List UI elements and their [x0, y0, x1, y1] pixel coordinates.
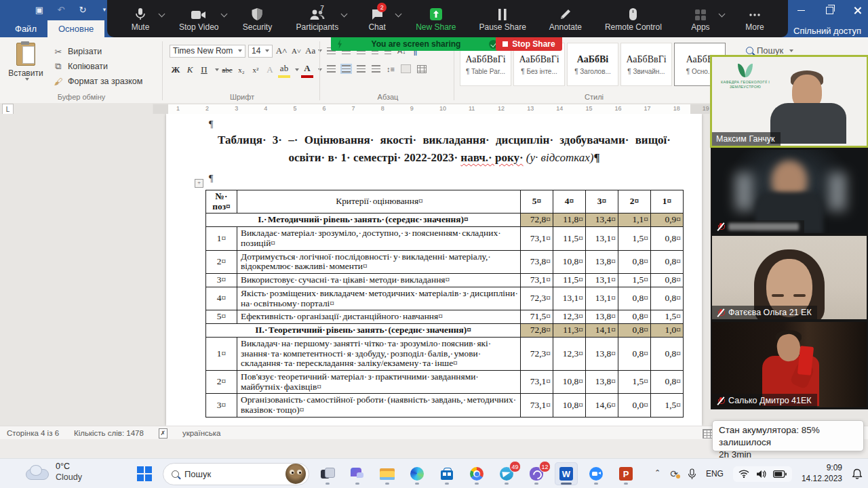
chevron-down-icon[interactable] [718, 10, 725, 17]
highlight-button[interactable]: ab [278, 62, 290, 78]
language-switcher[interactable]: ENG [706, 469, 724, 479]
style-card-3[interactable]: АаБбВі¶ Заголов... [567, 43, 618, 86]
zoom-pause-share-button[interactable]: Pause Share [479, 6, 526, 32]
font-color-button[interactable]: А [301, 62, 313, 78]
tab-selector[interactable]: L [2, 104, 14, 115]
paragraph-mark: ¶ [593, 151, 599, 164]
proofing-icon[interactable]: ✗ [159, 428, 167, 439]
style-card-4[interactable]: АаБбВвГі¶ Звичайн... [620, 43, 672, 86]
zoom-new-share-button[interactable]: New Share [416, 6, 456, 32]
zoom-security-button[interactable]: Security [241, 6, 273, 32]
word-count[interactable]: Кількість слів: 1478 [74, 429, 144, 437]
font-size-combo[interactable]: 14 [248, 45, 273, 58]
tray-overflow-chevron[interactable]: ⌃ [654, 468, 660, 477]
ribbon-search[interactable]: Пошук [746, 45, 793, 56]
zoom-annotate-button[interactable]: Annotate [549, 6, 582, 32]
highlight-caret-icon[interactable] [295, 68, 299, 71]
document-page[interactable]: ¶ Таблиця· 3· –· Оцінювання· якості· вик… [166, 114, 702, 426]
table-move-handle[interactable]: + [195, 179, 203, 188]
restore-button[interactable] [825, 5, 834, 15]
microphone-tray-icon[interactable] [688, 468, 696, 480]
sync-icon[interactable]: ⟳ [670, 468, 678, 479]
horizontal-ruler[interactable]: 12345678910111213141516171819 [153, 104, 710, 115]
align-center-button[interactable] [342, 65, 351, 73]
chevron-down-icon[interactable] [221, 10, 228, 17]
line-spacing-button[interactable]: ↕≡ [387, 65, 395, 73]
section-value-cell: 72,8¤ [521, 324, 553, 338]
assessment-table[interactable]: №· поз¤Критерії· оцінювання¤5¤4¤3¤2¤1¤І.… [205, 190, 684, 418]
font-name-value: Times New Rom [173, 46, 233, 56]
explorer-taskbar-icon[interactable] [376, 462, 399, 485]
chevron-down-icon[interactable] [395, 10, 402, 17]
tab-Основне[interactable]: Основне [47, 20, 104, 37]
zoom-participants-button[interactable]: 7Participants [296, 6, 338, 32]
word-share-button[interactable]: Спільний доступ [780, 26, 861, 36]
justify-button[interactable] [372, 65, 380, 73]
store-taskbar-icon[interactable] [435, 462, 458, 485]
copy-button[interactable]: ⧉ Копіювати [53, 59, 142, 74]
participant-tile-1[interactable]: КАФЕДРА ГЕОЕКОЛОГІЇ І ЗЕМЛЕУСТРОЮМаксим … [712, 57, 867, 146]
subscript-button[interactable]: x₂ [235, 63, 248, 77]
shading-button[interactable] [401, 64, 411, 73]
borders-button[interactable] [417, 65, 427, 73]
text-effects-button[interactable]: А [264, 63, 276, 77]
tab-Файл[interactable]: Файл [4, 20, 47, 37]
strikethrough-button[interactable]: abc [221, 63, 233, 77]
participant-tile-3[interactable]: Фатєєва Ольга 21 ЕК [712, 236, 867, 319]
format-painter-label: Формат за зразком [68, 77, 142, 86]
telegram-taskbar-icon[interactable]: 49 [495, 462, 518, 485]
superscript-button[interactable]: x² [250, 63, 262, 77]
italic-button[interactable]: К [184, 63, 196, 77]
zoom-more-button[interactable]: More [739, 6, 770, 32]
powerpoint-taskbar-icon[interactable]: P [614, 462, 637, 485]
chat-taskbar-icon[interactable] [346, 462, 369, 485]
participant-tile-4[interactable]: Салько Дмитро 41ЕК [712, 322, 867, 407]
bold-button[interactable]: Ж [170, 63, 182, 77]
zoom-apps-button[interactable]: Apps [685, 6, 716, 32]
participant-tile-2[interactable] [712, 150, 867, 233]
taskbar-clock[interactable]: 9:09 14.12.2023 [802, 463, 842, 484]
shrink-font-button[interactable]: A˅ [290, 44, 302, 58]
font-name-combo[interactable]: Times New Rom [170, 45, 245, 58]
undo-icon[interactable]: ↶ [56, 4, 66, 15]
weather-widget[interactable]: 0°C Cloudy [23, 462, 82, 483]
align-right-button[interactable] [357, 65, 366, 73]
ruler-number: 9 [410, 105, 414, 112]
paste-button[interactable]: Вставити [7, 43, 45, 93]
search-highlight-owl-image[interactable] [285, 464, 306, 484]
pause-share-label: Pause Share [479, 22, 526, 32]
underline-button[interactable]: П [198, 63, 210, 77]
zoom-stop-video-button[interactable]: Stop Video [179, 6, 219, 32]
zoom-chat-button[interactable]: 2Chat [361, 6, 393, 32]
page-indicator[interactable]: Сторінка 4 із 6 [7, 429, 59, 437]
network-volume-battery-group[interactable] [733, 466, 792, 482]
zoom-app-taskbar-icon[interactable] [585, 462, 608, 485]
taskbar-search[interactable]: Пошук [163, 463, 309, 485]
save-icon[interactable]: ▣ [34, 4, 45, 15]
chrome-taskbar-icon[interactable] [465, 462, 488, 485]
redo-icon[interactable]: ↻ [77, 4, 88, 15]
value-cell: 73,1¤ [521, 394, 553, 417]
format-painter-button[interactable]: 🖌 Формат за зразком [53, 74, 142, 89]
section-value-cell: 11,8¤ [553, 214, 586, 227]
edge-taskbar-icon[interactable] [406, 462, 429, 485]
task-view-taskbar-icon[interactable] [316, 462, 339, 485]
word-taskbar-icon[interactable]: W [555, 462, 578, 485]
align-left-button[interactable] [327, 65, 336, 73]
grow-font-button[interactable]: A˄ [275, 44, 288, 58]
chevron-down-icon[interactable] [159, 10, 165, 17]
minimize-button[interactable] [796, 5, 806, 15]
stop-share-button[interactable]: Stop Share [496, 37, 562, 51]
zoom-remote-control-button[interactable]: Remote Control [605, 6, 662, 32]
notifications-bell-icon[interactable] [852, 468, 863, 480]
cut-button[interactable]: ✂ Вирізати [53, 44, 142, 59]
chevron-down-icon[interactable] [341, 10, 348, 17]
close-button[interactable] [853, 5, 863, 15]
start-button[interactable] [133, 462, 156, 485]
language-indicator[interactable]: українська [182, 429, 221, 437]
underline-caret-icon[interactable] [215, 68, 219, 71]
criteria-cell: Якість· розміщених· викладачем· методичн… [237, 287, 521, 310]
zoom-mute-button[interactable]: Mute [125, 6, 156, 32]
viber-taskbar-icon[interactable]: 12 [525, 462, 548, 485]
battery-icon [773, 470, 787, 478]
